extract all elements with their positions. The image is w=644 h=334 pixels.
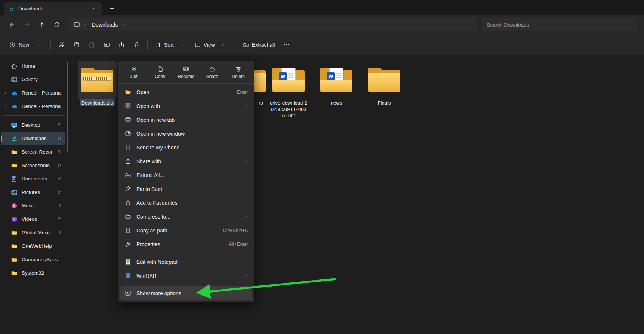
paste-button[interactable] <box>84 38 99 52</box>
delete-icon <box>235 66 241 72</box>
context-item-open-with[interactable]: Open with <box>120 99 252 113</box>
tab-close-button[interactable] <box>89 4 99 13</box>
context-quick-rename[interactable]: Rename <box>173 63 199 81</box>
context-item-label: Copy as path <box>136 228 223 234</box>
new-button-label: New <box>19 42 29 48</box>
sidebar: HomeGalleryRencel - PersonaRencel - Pers… <box>0 55 69 334</box>
file-name: Downloads.zip <box>80 99 115 106</box>
open-with-icon <box>124 103 132 109</box>
context-quick-share[interactable]: Share <box>199 63 225 81</box>
context-item-pin-to-start[interactable]: Pin to Start <box>120 182 252 196</box>
sidebar-item-home[interactable]: Home <box>1 60 65 72</box>
share-button[interactable] <box>114 38 129 52</box>
pin-icon <box>57 150 63 154</box>
extract-all-label: Extract all <box>252 42 275 48</box>
context-item-add-to-favourites[interactable]: Add to Favourites <box>120 196 252 210</box>
sidebar-item-desktop[interactable]: Desktop <box>1 119 65 131</box>
rename-button[interactable] <box>99 38 114 52</box>
sidebar-item-downloads[interactable]: Downloads <box>1 132 65 145</box>
sidebar-item-gallery[interactable]: Gallery <box>1 73 65 86</box>
sidebar-item-label: Home <box>22 63 63 69</box>
sidebar-item-label: Documents <box>22 176 57 182</box>
documents-icon <box>10 175 18 183</box>
extract-all-button[interactable]: Extract all <box>239 38 279 52</box>
new-icon <box>9 42 15 48</box>
context-item-label: Edit with Notepad++ <box>136 259 248 265</box>
view-button[interactable]: View <box>191 38 232 52</box>
sidebar-item-documents[interactable]: Documents <box>1 173 65 185</box>
sidebar-item-videos[interactable]: Videos <box>1 213 65 225</box>
sidebar-item-comparingspec[interactable]: ComparingSpec <box>1 253 65 266</box>
file-name: drive-download-20250509T124807Z-001 <box>268 99 309 119</box>
copy-button[interactable] <box>69 38 84 52</box>
context-item-properties[interactable]: PropertiesAlt+Enter <box>120 237 252 251</box>
sidebar-item-label: Screenshots <box>22 163 57 168</box>
refresh-button[interactable] <box>50 18 64 31</box>
sidebar-item-screen-recor[interactable]: Screen Recor <box>1 146 65 158</box>
sidebar-item-onewebhelp[interactable]: OneWebHelp <box>1 240 65 252</box>
onedrive-icon <box>10 89 18 97</box>
sort-button[interactable]: Sort <box>151 38 191 52</box>
breadcrumb-chevron-icon[interactable] <box>123 23 126 27</box>
file-name: Finals <box>376 99 393 106</box>
explorer-tab-downloads[interactable]: Downloads <box>4 2 102 15</box>
zip-folder-icon <box>78 61 117 99</box>
forward-button[interactable] <box>20 18 34 31</box>
view-icon <box>195 42 201 48</box>
breadcrumb-chevron-icon[interactable] <box>83 23 87 27</box>
chevron-right-icon[interactable] <box>1 91 10 95</box>
sidebar-item-system32[interactable]: System32 <box>1 267 65 279</box>
file-name: news <box>329 99 344 106</box>
this-pc-icon[interactable] <box>74 22 80 28</box>
quick-action-label: Share <box>206 74 218 79</box>
file-tile-drive-download-20250509t124807z-001[interactable]: Wdrive-download-20250509T124807Z-001 <box>268 61 309 119</box>
context-quick-delete[interactable]: Delete <box>225 63 251 81</box>
new-tab-button[interactable] <box>106 3 117 14</box>
sidebar-scrollbar[interactable] <box>67 61 68 152</box>
file-tile-finals[interactable]: Finals <box>364 61 405 106</box>
sidebar-item-global-music[interactable]: Global Music <box>1 226 65 239</box>
context-item-extract-all[interactable]: Extract All... <box>120 168 252 182</box>
sidebar-item-music[interactable]: Music <box>1 200 65 212</box>
sidebar-item-rencel-persona[interactable]: Rencel - Persona <box>1 100 65 112</box>
context-item-open-in-new-window[interactable]: Open in new window <box>120 127 252 140</box>
back-button[interactable] <box>5 18 19 31</box>
see-more-button[interactable] <box>279 38 294 52</box>
paste-icon <box>89 41 95 48</box>
context-item-compress-to[interactable]: Compress to... <box>120 210 252 223</box>
up-button[interactable] <box>35 18 49 31</box>
sidebar-item-label: Videos <box>22 216 57 222</box>
breadcrumb-item-downloads[interactable]: Downloads <box>90 21 119 28</box>
context-item-share-with[interactable]: Share with <box>120 154 252 168</box>
file-tile-downloads-zip[interactable]: Downloads.zip <box>77 61 118 106</box>
file-tile-news[interactable]: Wnews <box>316 61 357 106</box>
sidebar-item-pictures[interactable]: Pictures <box>1 186 65 198</box>
search-input[interactable] <box>482 18 637 31</box>
context-item-copy-as-path[interactable]: Copy as pathCtrl+Shift+C <box>120 223 252 237</box>
context-quick-cut[interactable]: Cut <box>121 63 147 81</box>
context-item-label: Extract All... <box>136 172 248 178</box>
sort-icon <box>155 42 161 48</box>
context-item-send-to-my-phone[interactable]: Send to My Phone <box>120 140 252 154</box>
context-item-open-in-new-tab[interactable]: Open in new tab <box>120 113 252 127</box>
chevron-right-icon[interactable] <box>1 105 10 108</box>
folder-icon <box>10 148 18 156</box>
address-bar[interactable]: Downloads <box>69 18 477 31</box>
context-item-winrar[interactable]: WinRAR <box>120 269 252 282</box>
context-item-open[interactable]: OpenEnter <box>120 85 252 99</box>
sidebar-item-label: Global Music <box>22 230 57 235</box>
chevron-right-icon <box>244 214 248 219</box>
context-item-edit-with-notepad[interactable]: Edit with Notepad++ <box>120 255 252 269</box>
rename-icon <box>183 66 189 72</box>
context-item-show-more-options[interactable]: Show more options <box>120 286 252 300</box>
sidebar-item-screenshots[interactable]: Screenshots <box>1 159 65 171</box>
sidebar-item-rencel-persona[interactable]: Rencel - Persona <box>1 87 65 99</box>
open-icon <box>124 89 132 95</box>
context-item-label: Add to Favourites <box>136 200 248 206</box>
cut-button[interactable] <box>54 38 69 52</box>
pin-icon <box>57 217 63 222</box>
context-quick-copy[interactable]: Copy <box>147 63 173 81</box>
close-icon <box>92 7 96 10</box>
delete-button[interactable] <box>129 38 144 52</box>
new-button[interactable]: New <box>4 38 47 52</box>
